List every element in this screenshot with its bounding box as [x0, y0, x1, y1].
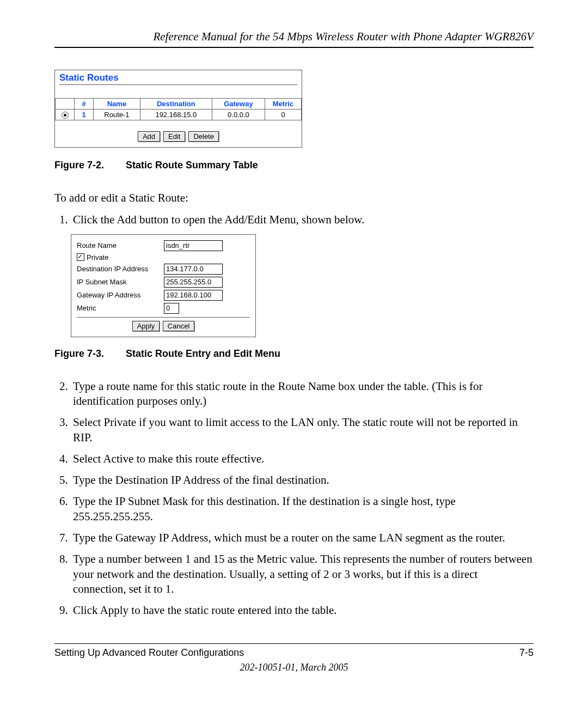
- step-3: Select Private if you want to limit acce…: [71, 415, 534, 445]
- footer-rule: [54, 643, 534, 644]
- step-8: Type a number between 1 and 15 as the Me…: [71, 552, 534, 597]
- step-5: Type the Destination IP Address of the f…: [71, 473, 534, 488]
- table-row[interactable]: 1 Route-1 192.168.15.0 0.0.0.0 0: [56, 109, 302, 120]
- input-subnet-mask[interactable]: 255.255.255.0: [164, 277, 223, 288]
- edit-button[interactable]: Edit: [163, 131, 185, 142]
- page-footer: Setting Up Advanced Router Configuration…: [54, 643, 534, 673]
- checkbox-private[interactable]: [77, 253, 84, 261]
- apply-button[interactable]: Apply: [132, 321, 160, 331]
- static-routes-panel: Static Routes # Name Destination Gateway…: [54, 70, 302, 148]
- step-4: Select Active to make this route effecti…: [71, 452, 534, 466]
- row-num: 1: [75, 109, 94, 120]
- row-gw: 0.0.0.0: [212, 109, 265, 120]
- delete-button[interactable]: Delete: [188, 131, 219, 142]
- intro-text: To add or edit a Static Route:: [54, 191, 534, 205]
- label-subnet-mask: IP Subnet Mask: [77, 278, 164, 286]
- input-gateway-ip[interactable]: 192.168.0.100: [164, 290, 223, 301]
- footer-page-number: 7-5: [519, 647, 534, 659]
- col-select: [56, 99, 75, 109]
- footer-left: Setting Up Advanced Router Configuration…: [54, 647, 244, 659]
- input-metric[interactable]: 0: [164, 303, 179, 314]
- input-dest-ip[interactable]: 134.177.0.0: [164, 264, 223, 275]
- col-gateway: Gateway: [212, 99, 265, 109]
- step-7: Type the Gateway IP Address, which must …: [71, 531, 534, 545]
- row-dest: 192.168.15.0: [140, 109, 212, 120]
- running-header: Reference Manual for the 54 Mbps Wireles…: [54, 30, 534, 44]
- fig-num: Figure 7-2.: [54, 160, 104, 171]
- label-metric: Metric: [77, 304, 164, 312]
- routes-table: # Name Destination Gateway Metric 1 Rout…: [55, 98, 302, 120]
- row-metric: 0: [265, 109, 302, 120]
- panel2-divider: [77, 317, 250, 318]
- input-route-name[interactable]: isdn_rtr: [164, 240, 223, 251]
- row-radio[interactable]: [62, 112, 69, 119]
- cancel-button[interactable]: Cancel: [163, 321, 194, 331]
- fig-text: Static Route Entry and Edit Menu: [126, 348, 280, 359]
- label-dest-ip: Destination IP Address: [77, 265, 164, 273]
- step-1: Click the Add button to open the Add/Edi…: [71, 212, 534, 227]
- step-2: Type a route name for this static route …: [71, 379, 534, 409]
- panel-title: Static Routes: [55, 70, 302, 84]
- fig-num: Figure 7-3.: [54, 348, 104, 359]
- footer-date: 202-10051-01, March 2005: [54, 662, 534, 673]
- col-num: #: [75, 99, 94, 109]
- panel-button-row: Add Edit Delete: [55, 120, 302, 147]
- col-destination: Destination: [140, 99, 212, 109]
- panel-subrule: [59, 84, 297, 85]
- label-private: Private: [87, 253, 108, 261]
- route-edit-panel: Route Name isdn_rtr Private Destination …: [71, 234, 256, 337]
- col-name: Name: [94, 99, 140, 109]
- step-6: Type the IP Subnet Mask for this destina…: [71, 494, 534, 524]
- add-button[interactable]: Add: [138, 131, 160, 142]
- label-gateway-ip: Gateway IP Address: [77, 291, 164, 299]
- col-metric: Metric: [265, 99, 302, 109]
- header-rule: [54, 47, 534, 48]
- step-9: Click Apply to have the static route ent…: [71, 603, 534, 618]
- fig-text: Static Route Summary Table: [126, 160, 258, 171]
- row-name: Route-1: [94, 109, 140, 120]
- label-route-name: Route Name: [77, 241, 164, 249]
- figure-7-3-caption: Figure 7-3.Static Route Entry and Edit M…: [54, 348, 534, 360]
- figure-7-2-caption: Figure 7-2.Static Route Summary Table: [54, 160, 534, 171]
